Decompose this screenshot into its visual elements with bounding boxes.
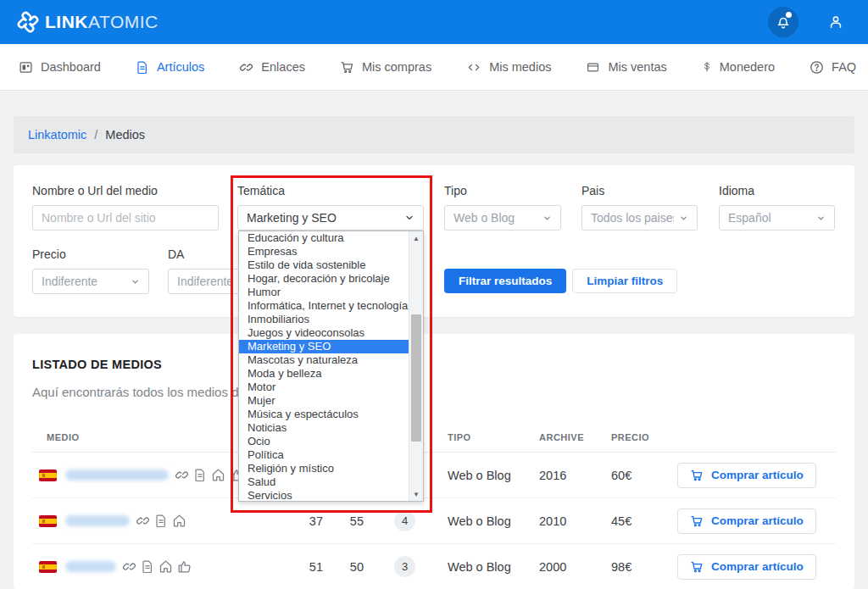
row-precio: 60€ xyxy=(611,469,677,482)
nav-faq[interactable]: FAQ xyxy=(810,60,856,75)
media-name-blurred[interactable] xyxy=(65,561,116,572)
tematica-option[interactable]: Juegos y videoconsolas xyxy=(239,326,409,340)
filter-label-precio: Precio xyxy=(32,247,149,261)
nav-label: Mis ventas xyxy=(608,60,666,74)
document-icon[interactable] xyxy=(154,514,168,528)
media-name-blurred[interactable] xyxy=(65,515,130,526)
tematica-option[interactable]: Estilo de vida sostenible xyxy=(239,258,409,272)
nav-articulos[interactable]: Artículos xyxy=(136,60,204,75)
buy-button-label: Comprar artículo xyxy=(711,469,804,481)
breadcrumb-separator: / xyxy=(94,128,97,142)
nav-dashboard[interactable]: Dashboard xyxy=(19,60,101,75)
filter-label-pais: Pais xyxy=(581,184,698,197)
tematica-option[interactable]: Servicios xyxy=(239,489,409,501)
tematica-option[interactable]: Política xyxy=(239,448,409,462)
tematica-option[interactable]: Motor xyxy=(239,381,409,394)
nav-mis-compras[interactable]: Mis compras xyxy=(340,60,431,75)
home-icon[interactable] xyxy=(159,559,173,574)
list-title: LISTADO DE MEDIOS xyxy=(32,358,836,371)
idioma-selected-value: Español xyxy=(728,211,771,225)
cart-icon xyxy=(690,469,704,482)
document-icon[interactable] xyxy=(141,559,154,574)
row-precio: 45€ xyxy=(611,514,677,528)
tematica-option[interactable]: Música y espectáculos xyxy=(239,408,409,421)
column-header-tipo: TIPO xyxy=(446,432,539,442)
filter-label-nombre: Nombre o Url del medio xyxy=(32,184,219,197)
scroll-up-icon[interactable]: ▲ xyxy=(409,231,423,245)
count-badge: 3 xyxy=(394,556,415,577)
chevron-down-icon xyxy=(131,277,140,286)
dollar-icon xyxy=(702,59,712,75)
row-tipo: Web o Blog xyxy=(446,514,539,528)
chevron-down-icon xyxy=(816,214,826,223)
scroll-down-icon[interactable]: ▼ xyxy=(409,487,423,501)
nav-enlaces[interactable]: Enlaces xyxy=(239,60,305,75)
cart-icon xyxy=(690,560,704,574)
dropdown-scrollbar[interactable]: ▲ ▼ xyxy=(409,231,423,501)
tematica-option[interactable]: Hogar, decoración y bricolaje xyxy=(239,272,409,286)
thumbs-up-icon[interactable] xyxy=(177,559,192,574)
tematica-option[interactable]: Religión y místico xyxy=(239,462,409,475)
table-row: 37 55 4 Web o Blog 2010 45€ Comprar artí… xyxy=(32,498,836,544)
nav-label: Dashboard xyxy=(41,60,101,74)
spain-flag-icon xyxy=(39,561,57,573)
tematica-option[interactable]: Informática, Internet y tecnología xyxy=(239,299,409,313)
brand-name: LINKATOMIC xyxy=(45,12,159,32)
tematica-option[interactable]: Moda y belleza xyxy=(239,367,409,381)
row-tipo: Web o Blog xyxy=(446,560,539,574)
nav-label: FAQ xyxy=(832,60,856,74)
external-link-icon[interactable] xyxy=(175,468,189,482)
tematica-option[interactable]: Salud xyxy=(239,475,409,489)
nombre-url-input[interactable] xyxy=(42,211,209,225)
comprar-articulo-button[interactable]: Comprar artículo xyxy=(677,508,816,534)
comprar-articulo-button[interactable]: Comprar artículo xyxy=(677,463,816,488)
row-precio: 98€ xyxy=(611,560,677,574)
table-header-row: MEDIO TIPO ARCHIVE PRECIO xyxy=(32,423,836,453)
tematica-option[interactable]: Empresas xyxy=(239,245,409,258)
dashboard-icon xyxy=(19,60,33,75)
row-archive: 2016 xyxy=(539,469,611,482)
tematica-option[interactable]: Humor xyxy=(239,286,409,299)
nav-label: Mis medios xyxy=(489,60,551,74)
document-icon[interactable] xyxy=(193,468,207,482)
user-icon xyxy=(827,14,844,31)
tematica-option[interactable]: Mujer xyxy=(239,394,409,408)
tematica-option[interactable]: Ocio xyxy=(239,435,409,448)
nav-mis-medios[interactable]: Mis medios xyxy=(466,60,551,74)
tipo-select[interactable]: Web o Blog xyxy=(444,205,561,231)
limpiar-filtros-button[interactable]: Limpiar filtros xyxy=(572,269,677,293)
external-link-icon[interactable] xyxy=(136,514,150,528)
filtrar-resultados-button[interactable]: Filtrar resultados xyxy=(444,269,566,293)
precio-select[interactable]: Indiferente xyxy=(32,269,149,294)
tematica-options: Educación y culturaEmpresasEstilo de vid… xyxy=(239,231,409,501)
tematica-option[interactable]: Mascotas y naturaleza xyxy=(239,353,409,367)
nav-label: Enlaces xyxy=(261,60,305,74)
home-icon[interactable] xyxy=(172,514,186,528)
tematica-option[interactable]: Marketing y SEO xyxy=(239,340,409,353)
external-link-icon[interactable] xyxy=(122,559,136,574)
tematica-select[interactable]: Marketing y SEO xyxy=(237,205,424,231)
user-menu-button[interactable] xyxy=(821,7,851,37)
idioma-select[interactable]: Español xyxy=(719,205,835,231)
notifications-button[interactable] xyxy=(768,7,798,37)
tematica-option[interactable]: Inmobiliarios xyxy=(239,313,409,326)
media-list-panel: LISTADO DE MEDIOS Aquí encontrarás todos… xyxy=(14,334,854,589)
breadcrumb-current: Medios xyxy=(105,128,145,142)
tematica-option[interactable]: Noticias xyxy=(239,421,409,435)
home-icon[interactable] xyxy=(211,468,225,482)
breadcrumb-link-linkatomic[interactable]: Linkatomic xyxy=(28,128,86,142)
tematica-option[interactable]: Educación y cultura xyxy=(239,231,409,245)
scrollbar-track[interactable] xyxy=(409,245,423,487)
scrollbar-thumb[interactable] xyxy=(411,314,421,442)
spain-flag-icon xyxy=(39,515,57,527)
table-row: Web o Blog 2016 60€ Comprar artículo xyxy=(32,453,836,498)
pais-select[interactable]: Todos los paises xyxy=(581,205,698,231)
brand-logo[interactable]: LINKATOMIC xyxy=(17,11,159,33)
nav-mis-ventas[interactable]: Mis ventas xyxy=(586,60,666,74)
nav-monedero[interactable]: Monedero xyxy=(702,59,775,75)
cart-icon xyxy=(690,514,704,528)
comprar-articulo-button[interactable]: Comprar artículo xyxy=(677,554,816,580)
tipo-selected-value: Web o Blog xyxy=(453,211,515,225)
nav-label: Monedero xyxy=(720,60,775,74)
media-name-blurred[interactable] xyxy=(65,470,169,481)
